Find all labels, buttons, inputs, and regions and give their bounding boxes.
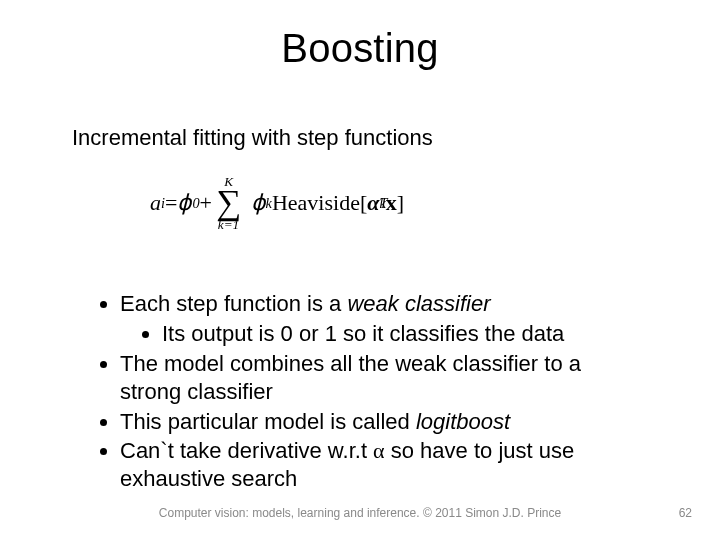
footer-text: Computer vision: models, learning and in… xyxy=(0,506,720,520)
eq-eq: = xyxy=(165,190,177,216)
bullet-3-em: logitboost xyxy=(416,409,510,434)
eq-phik: ϕ xyxy=(251,190,266,216)
eq-lhs-var: a xyxy=(150,190,161,216)
bullet-4-text-a: Can`t take derivative w.r.t xyxy=(120,438,373,463)
slide-title: Boosting xyxy=(0,26,720,71)
eq-sum-bot: k=1 xyxy=(218,218,239,231)
bullet-1-sub: Its output is 0 or 1 so it classifies th… xyxy=(162,320,630,348)
bullet-list: Each step function is a weak classifier … xyxy=(100,290,630,494)
eq-sum: K∑k=1 xyxy=(216,175,241,231)
eq-fn: Heaviside xyxy=(272,190,360,216)
bullet-4: Can`t take derivative w.r.t α so have to… xyxy=(120,437,630,493)
bullet-2: The model combines all the weak classifi… xyxy=(120,350,630,406)
eq-rbr: ] xyxy=(397,190,404,216)
eq-x: x xyxy=(386,190,397,216)
bullet-1-text-a: Each step function is a xyxy=(120,291,347,316)
slide-subtitle: Incremental fitting with step functions xyxy=(72,125,433,151)
eq-alpha: α xyxy=(367,190,379,216)
slide: Boosting Incremental fitting with step f… xyxy=(0,0,720,540)
equation: ai = ϕ0 + K∑k=1 ϕkHeaviside[αTkx] xyxy=(150,175,570,231)
page-number: 62 xyxy=(679,506,692,520)
eq-phi0: ϕ xyxy=(177,190,192,216)
bullet-1: Each step function is a weak classifier … xyxy=(120,290,630,348)
eq-plus: + xyxy=(200,190,212,216)
bullet-4-sym: α xyxy=(373,438,385,463)
eq-phi0-sub: 0 xyxy=(192,195,199,212)
eq-sum-sym: ∑ xyxy=(216,188,241,218)
eq-lbr: [ xyxy=(360,190,367,216)
bullet-3-text-a: This particular model is called xyxy=(120,409,416,434)
bullet-1-em: weak classifier xyxy=(347,291,490,316)
bullet-3: This particular model is called logitboo… xyxy=(120,408,630,436)
